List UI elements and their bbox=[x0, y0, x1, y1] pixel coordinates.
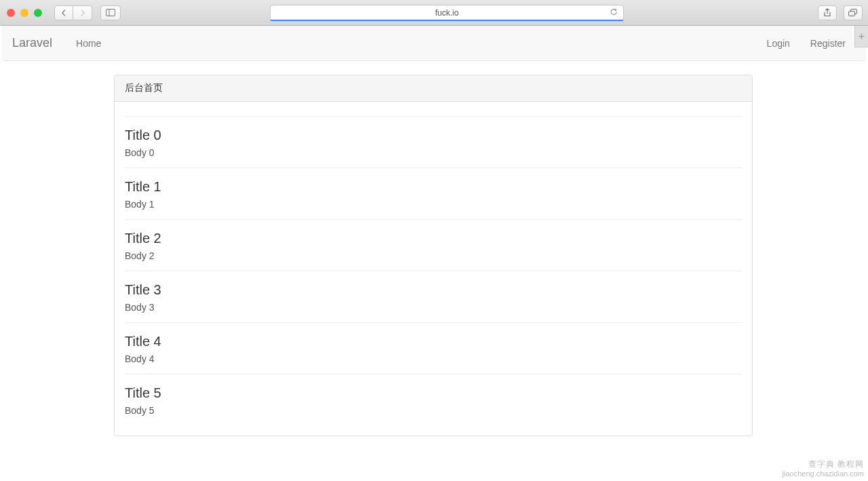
post-title: Title 5 bbox=[125, 385, 742, 401]
chrome-right-buttons bbox=[818, 5, 863, 20]
svg-rect-3 bbox=[849, 11, 855, 16]
forward-button[interactable] bbox=[73, 5, 92, 20]
post-title: Title 0 bbox=[125, 128, 742, 143]
sidebar-toggle-button[interactable] bbox=[100, 5, 121, 20]
tabs-button[interactable] bbox=[844, 5, 863, 20]
svg-rect-0 bbox=[106, 9, 115, 16]
watermark: 查字典 教程网 jiaocheng.chazidian.com bbox=[783, 459, 864, 478]
share-button[interactable] bbox=[818, 5, 837, 20]
reload-icon[interactable] bbox=[610, 7, 618, 18]
post-body: Body 2 bbox=[125, 250, 742, 261]
close-window-button[interactable] bbox=[7, 9, 15, 17]
post-title: Title 1 bbox=[125, 179, 742, 195]
back-button[interactable] bbox=[54, 5, 73, 20]
nav-buttons bbox=[54, 5, 92, 20]
panel-body: Title 0 Body 0 Title 1 Body 1 Title 2 Bo… bbox=[115, 102, 752, 436]
list-item: Title 3 Body 3 bbox=[125, 271, 742, 322]
app-navbar: Laravel Home Login Register bbox=[2, 26, 866, 61]
new-tab-button[interactable]: + bbox=[854, 26, 868, 47]
watermark-line1: 查字典 教程网 bbox=[783, 459, 864, 469]
maximize-window-button[interactable] bbox=[34, 9, 42, 17]
list-item: Title 5 Body 5 bbox=[125, 374, 742, 425]
window-controls bbox=[7, 9, 42, 17]
list-item: Title 2 Body 2 bbox=[125, 219, 742, 271]
browser-chrome: fuck.io bbox=[0, 0, 868, 26]
watermark-line2: jiaocheng.chazidian.com bbox=[783, 469, 864, 478]
post-title: Title 4 bbox=[125, 334, 742, 349]
brand-link[interactable]: Laravel bbox=[12, 36, 52, 50]
post-title: Title 2 bbox=[125, 231, 742, 246]
nav-home[interactable]: Home bbox=[66, 38, 111, 49]
post-body: Body 3 bbox=[125, 302, 742, 313]
address-bar[interactable]: fuck.io bbox=[270, 5, 624, 21]
list-item: Title 1 Body 1 bbox=[125, 168, 742, 219]
list-item: Title 4 Body 4 bbox=[125, 322, 742, 374]
post-body: Body 0 bbox=[125, 147, 742, 158]
nav-register[interactable]: Register bbox=[800, 38, 856, 49]
address-bar-text: fuck.io bbox=[435, 8, 459, 18]
nav-login[interactable]: Login bbox=[757, 38, 800, 49]
main-container: 后台首页 Title 0 Body 0 Title 1 Body 1 Title… bbox=[114, 75, 753, 436]
panel-heading: 后台首页 bbox=[115, 75, 752, 102]
list-item: Title 0 Body 0 bbox=[125, 116, 742, 168]
post-title: Title 3 bbox=[125, 282, 742, 298]
minimize-window-button[interactable] bbox=[20, 9, 28, 17]
panel: 后台首页 Title 0 Body 0 Title 1 Body 1 Title… bbox=[114, 75, 753, 436]
post-body: Body 4 bbox=[125, 353, 742, 364]
post-body: Body 5 bbox=[125, 405, 742, 416]
post-list: Title 0 Body 0 Title 1 Body 1 Title 2 Bo… bbox=[125, 116, 742, 425]
post-body: Body 1 bbox=[125, 199, 742, 210]
